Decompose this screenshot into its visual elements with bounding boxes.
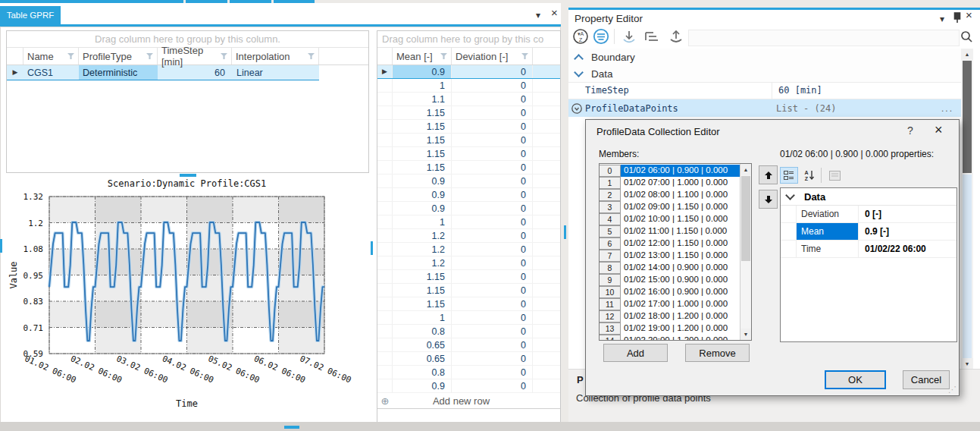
left-splitter-grip[interactable] (0, 239, 2, 253)
property-row-timestep[interactable]: TimeStep 60 [min] (568, 82, 961, 99)
members-listbox[interactable]: 0 01/02 06:00 | 0.900 | 0.000 1 01/02 07… (599, 163, 752, 341)
table-row[interactable]: 1.15 0 (377, 270, 560, 284)
cell-mean[interactable]: 1.1 (393, 93, 452, 105)
table-row[interactable]: 1.2 0 (377, 229, 560, 243)
pe-scrollbar[interactable]: ▲ ▼ (961, 49, 973, 369)
table-row[interactable]: 1.15 0 (377, 297, 560, 311)
scrollbar-thumb[interactable] (963, 61, 972, 173)
member-row[interactable]: 9 01/02 15:00 | 0.900 | 0.000 (600, 274, 740, 286)
cell-deviation[interactable]: 0 (452, 134, 533, 146)
add-icon[interactable]: ⊕ (377, 395, 393, 407)
cell-deviation[interactable]: 0 (452, 297, 533, 310)
table-row[interactable]: 1.1 0 (377, 93, 560, 106)
move-up-button[interactable] (759, 165, 778, 184)
property-search-input[interactable] (688, 30, 960, 46)
cell-mean[interactable]: 1.15 (393, 120, 452, 133)
cell-mean[interactable]: 0.9 (393, 202, 452, 215)
vertical-splitter[interactable] (561, 0, 568, 422)
member-row[interactable]: 5 01/02 11:00 | 1.150 | 0.000 (600, 225, 740, 238)
table-row[interactable]: 1.15 0 (377, 147, 560, 161)
cancel-button[interactable]: Cancel (903, 370, 950, 389)
cell-deviation[interactable]: 0 (452, 311, 533, 324)
filter-icon[interactable] (221, 53, 227, 59)
member-row[interactable]: 11 01/02 17:00 | 1.000 | 0.000 (600, 298, 740, 310)
grid-sort-az-icon[interactable]: AZ (800, 167, 819, 184)
search-icon[interactable] (960, 30, 973, 43)
add-button[interactable]: Add (603, 344, 668, 362)
cell-timestep[interactable]: 60 (158, 65, 232, 80)
cell-deviation[interactable]: 0 (452, 229, 533, 242)
member-row[interactable]: 0 01/02 06:00 | 0.900 | 0.000 (600, 165, 740, 177)
table-row[interactable]: 1 0 (377, 216, 560, 229)
cell-mean[interactable]: 1.15 (393, 270, 452, 283)
ok-button[interactable]: OK (825, 370, 886, 389)
table-row[interactable]: 0.8 0 (377, 366, 560, 379)
cell-mean[interactable]: 1.2 (393, 243, 452, 256)
cell-mean[interactable]: 1.2 (393, 256, 452, 269)
cell-mean[interactable]: 1.15 (393, 284, 452, 297)
cell-deviation[interactable]: 0 (452, 366, 533, 379)
category-data[interactable]: Data (568, 65, 961, 83)
cell-mean[interactable]: 1 (393, 216, 452, 228)
table-row[interactable]: 1 0 (377, 79, 560, 93)
cell-profiletype[interactable]: Deterministic (79, 65, 158, 80)
member-row[interactable]: 12 01/02 18:00 | 1.200 | 0.000 (600, 310, 740, 322)
cell-deviation[interactable]: 0 (452, 379, 533, 392)
cell-mean[interactable]: 0.9 (393, 379, 452, 392)
table-row[interactable]: 1.15 0 (377, 134, 560, 147)
table-row[interactable]: 1.15 0 (377, 161, 560, 175)
table-row[interactable]: ▶ 0.9 0 (377, 65, 560, 79)
sort-alphabetical-icon[interactable]: ▾A Z (572, 28, 589, 45)
column-header[interactable]: Mean [-] (393, 48, 452, 64)
scrollbar-thumb[interactable] (741, 176, 750, 261)
dialog-help-icon[interactable]: ? (904, 124, 916, 137)
filter-icon[interactable] (146, 53, 153, 59)
cell-deviation[interactable]: 0 (452, 256, 533, 269)
table-row[interactable]: 0.9 0 (377, 188, 560, 202)
export-icon[interactable] (667, 28, 685, 46)
cell-mean[interactable]: 1.15 (393, 161, 452, 174)
column-header[interactable]: Deviation [-] (452, 48, 533, 64)
move-down-button[interactable] (759, 190, 778, 209)
panel-dropdown-icon[interactable]: ▾ (940, 14, 944, 24)
category-boundary[interactable]: Boundary (568, 49, 961, 66)
property-row-profiledatapoints[interactable]: ProfileDataPoints List - (24) ... (568, 99, 961, 117)
grid-row-deviation[interactable]: Deviation 0 [-] (781, 206, 957, 223)
table-row[interactable]: 0.65 0 (377, 352, 560, 366)
cell-deviation[interactable]: 0 (452, 161, 533, 174)
cell-mean[interactable]: 1.15 (393, 147, 452, 160)
table-row[interactable]: 1.15 0 (377, 106, 560, 120)
scroll-down-icon[interactable]: ▼ (740, 329, 751, 340)
filter-icon[interactable] (521, 53, 528, 59)
cell-deviation[interactable]: 0 (452, 120, 533, 133)
cell-mean[interactable]: 0.9 (393, 175, 452, 187)
filter-icon[interactable] (67, 53, 74, 59)
cell-deviation[interactable]: 0 (452, 175, 533, 187)
cell-mean[interactable]: 1.2 (393, 229, 452, 242)
cell-mean[interactable]: 0.9 (393, 65, 452, 78)
table-row[interactable]: 0.8 0 (377, 325, 560, 338)
member-row[interactable]: 2 01/02 08:00 | 1.100 | 0.000 (600, 189, 740, 201)
members-scrollbar[interactable]: ▲ ▼ (740, 164, 751, 340)
table-row[interactable]: 0.9 0 (377, 175, 560, 188)
grid-row-mean[interactable]: Mean 0.9 [-] (781, 223, 957, 241)
column-header[interactable]: Interpolation (232, 48, 319, 64)
member-row[interactable]: 14 01/02 20:00 | 1.200 | 0.000 (600, 335, 740, 341)
remove-button[interactable]: Remove (685, 344, 750, 362)
ellipsis-button[interactable]: ... (941, 103, 953, 114)
column-header[interactable]: Name (23, 48, 79, 64)
cell-mean[interactable]: 0.65 (393, 338, 452, 351)
cell-deviation[interactable]: 0 (452, 188, 533, 201)
cell-mean[interactable]: 1.15 (393, 297, 452, 310)
cell-deviation[interactable]: 0 (452, 202, 533, 215)
cell-mean[interactable]: 0.8 (393, 325, 452, 338)
scroll-up-icon[interactable]: ▲ (961, 49, 973, 59)
add-new-row[interactable]: ⊕ Add new row (377, 393, 560, 409)
cell-mean[interactable]: 0.65 (393, 352, 452, 365)
member-row[interactable]: 10 01/02 16:00 | 0.900 | 0.000 (600, 286, 740, 298)
grid-category-row[interactable]: Data (781, 188, 957, 206)
member-row[interactable]: 3 01/02 09:00 | 1.150 | 0.000 (600, 201, 740, 213)
cell-deviation[interactable]: 0 (452, 147, 533, 160)
column-header[interactable]: TimeStep [min] (158, 48, 232, 64)
cell-deviation[interactable]: 0 (452, 325, 533, 338)
